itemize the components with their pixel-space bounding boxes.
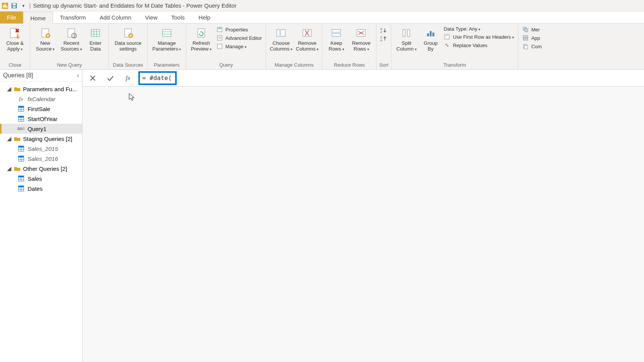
choose-columns-button[interactable]: Choose Columns [268, 25, 294, 54]
enter-data-button[interactable]: Enter Data [85, 25, 106, 54]
tab-view[interactable]: View [138, 11, 164, 23]
queries-header: Queries [8] ‹ [0, 70, 82, 82]
formula-input[interactable] [142, 74, 173, 82]
cancel-formula-button[interactable] [85, 72, 100, 84]
tab-add-column[interactable]: Add Column [93, 11, 138, 23]
query-item[interactable]: StartOfYear [0, 114, 82, 124]
svg-rect-42 [332, 32, 340, 34]
ribbon-group-new-query: New Source Recent Sources Enter Data New… [30, 24, 109, 69]
collapse-queries-icon[interactable]: ‹ [77, 72, 79, 79]
title-separator: | [29, 2, 31, 9]
app-icon [2, 2, 8, 9]
mouse-cursor-icon [128, 93, 135, 101]
table-icon [18, 185, 25, 192]
query-item[interactable]: ABCQuery1 [0, 124, 82, 134]
group-by-button[interactable]: Group By [420, 25, 441, 54]
svg-rect-30 [217, 27, 222, 32]
ribbon-group-transform: Split Column Group By Data Type: Any Use… [391, 24, 518, 69]
sort-desc-button[interactable]: ZA [380, 35, 387, 42]
close-apply-icon [9, 26, 21, 40]
tab-home[interactable]: Home [23, 12, 53, 24]
data-source-settings-button[interactable]: Data source settings [111, 25, 145, 54]
commit-formula-button[interactable] [103, 72, 118, 84]
manage-button[interactable]: Manage [216, 43, 262, 50]
svg-rect-3 [6, 6, 7, 8]
formula-bar: fx [82, 70, 644, 87]
tab-help[interactable]: Help [192, 11, 217, 23]
save-icon[interactable] [11, 2, 18, 9]
query-item[interactable]: Sales [0, 174, 82, 183]
recent-sources-icon [66, 26, 77, 40]
svg-rect-56 [445, 34, 449, 36]
query-label: Sales [28, 175, 42, 182]
expand-icon: ◢ [7, 85, 12, 92]
ribbon-group-sort: AZ ZA Sort [376, 24, 391, 69]
query-item[interactable]: Dates [0, 183, 82, 193]
new-source-button[interactable]: New Source [33, 25, 58, 54]
advanced-editor-button[interactable]: Advanced Editor [216, 34, 262, 41]
ribbon: Close & Apply Close New Source Recent So… [0, 24, 644, 70]
svg-rect-60 [523, 38, 528, 40]
append-queries-button[interactable]: App [522, 34, 542, 41]
query-item[interactable]: Sales_2015 [0, 144, 82, 154]
data-type-button[interactable]: Data Type: Any [444, 26, 514, 32]
queries-title: Queries [8] [3, 72, 33, 79]
refresh-preview-button[interactable]: Refresh Preview [189, 25, 214, 54]
main-area: Queries [8] ‹ ◢Parameters and Fu...fxfxC… [0, 70, 644, 362]
manage-parameters-button[interactable]: Manage Parameters [150, 25, 184, 54]
remove-columns-icon [301, 26, 313, 40]
properties-icon [216, 26, 223, 33]
keep-rows-icon [330, 26, 342, 40]
svg-rect-62 [524, 45, 527, 49]
query-item[interactable]: fxfxCalendar [0, 94, 82, 104]
query-group[interactable]: ◢Staging Queries [2] [0, 134, 82, 144]
table-icon [18, 115, 25, 122]
folder-icon [14, 136, 21, 141]
query-label: Sales_2016 [28, 156, 58, 162]
ribbon-group-data-sources: Data source settings Data Sources [109, 24, 148, 69]
formula-input-highlight [138, 71, 177, 85]
query-item[interactable]: Sales_2016 [0, 154, 82, 164]
advanced-editor-icon [216, 34, 223, 41]
qat-more-icon[interactable]: ▾ [20, 2, 27, 9]
query-group[interactable]: ◢Other Queries [2] [0, 164, 82, 174]
query-label: Dates [28, 185, 43, 192]
close-apply-button[interactable]: Close & Apply [2, 25, 28, 54]
fx-button[interactable]: fx [121, 72, 135, 84]
expand-icon: ◢ [7, 165, 12, 172]
choose-columns-icon [275, 26, 287, 40]
split-column-button[interactable]: Split Column [394, 25, 419, 54]
replace-values-button[interactable]: Replace Values [444, 42, 514, 49]
table-icon [18, 105, 25, 112]
query-group[interactable]: ◢Parameters and Fu... [0, 84, 82, 94]
svg-rect-1 [3, 5, 4, 8]
properties-button[interactable]: Properties [216, 26, 262, 33]
keep-rows-button[interactable]: Keep Rows [325, 25, 348, 54]
ribbon-group-close: Close & Apply Close [0, 24, 30, 69]
tab-file[interactable]: File [0, 11, 23, 23]
refresh-icon [196, 26, 207, 40]
remove-columns-button[interactable]: Remove Columns [294, 25, 320, 54]
svg-rect-5 [13, 3, 16, 5]
new-source-icon [39, 26, 51, 40]
ribbon-group-manage-columns: Choose Columns Remove Columns Manage Col… [266, 24, 322, 69]
table-icon [18, 155, 25, 162]
split-column-icon [401, 26, 412, 40]
merge-queries-button[interactable]: Mer [522, 26, 542, 33]
query-item[interactable]: FirstSale [0, 104, 82, 114]
svg-rect-37 [279, 29, 281, 36]
combine-files-button[interactable]: Com [522, 43, 542, 50]
first-row-headers-button[interactable]: Use First Row as Headers [444, 33, 514, 40]
sort-asc-button[interactable]: AZ [380, 27, 387, 34]
query-label: FirstSale [28, 106, 50, 112]
quick-access-toolbar: ▾ [2, 2, 27, 9]
tab-tools[interactable]: Tools [164, 11, 192, 23]
group-label: Other Queries [2] [23, 165, 67, 172]
svg-rect-58 [525, 29, 528, 32]
manage-parameters-icon [161, 26, 172, 40]
recent-sources-button[interactable]: Recent Sources [59, 25, 84, 54]
tab-transform[interactable]: Transform [53, 11, 93, 23]
window-title: Setting up dynamic Start- and Enddates f… [33, 2, 237, 9]
folder-icon [14, 86, 21, 92]
remove-rows-button[interactable]: Remove Rows [348, 25, 374, 54]
